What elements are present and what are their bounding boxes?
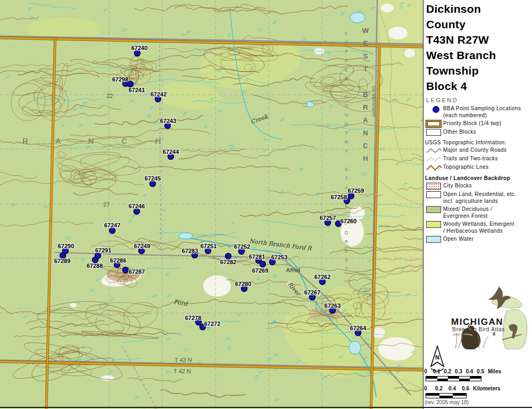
title-line: T43N R27W — [426, 32, 532, 47]
title-line: Block 4 — [426, 78, 532, 94]
map-label: O — [344, 230, 348, 235]
bba-point-label: 67290 — [58, 243, 74, 249]
usgs-section-heading: USGS Topographic Information: — [425, 140, 532, 145]
map-label: R — [345, 140, 348, 145]
bba-point-67288 — [93, 257, 98, 263]
bba-point-label: 67264 — [350, 325, 367, 331]
map-label: E — [363, 39, 368, 47]
bba-point-67246 — [134, 209, 140, 215]
bba-point-label: 67298 — [112, 76, 129, 83]
miles-scale-bar: 00.10.20.30.40.5Miles — [423, 369, 529, 382]
scale-tick: 0 — [424, 386, 427, 391]
map-label: T — [363, 65, 368, 73]
legend-item-open-water: Open Water — [425, 236, 532, 243]
legend-item-open-land: Open Land, Residential, etc. incl. agric… — [425, 191, 532, 204]
map-label: R A N C H — [22, 136, 173, 145]
map-label: S — [345, 257, 348, 263]
legend-label: Evergreen Forest — [443, 213, 492, 220]
bba-point-label: 67262 — [314, 274, 331, 280]
bba-point-label: 67252 — [234, 243, 251, 250]
legend-label: Mixed/ Deciduous / — [443, 206, 492, 212]
scale-tick: 0.2 — [444, 369, 451, 374]
bba-point-label: 67286 — [110, 257, 127, 264]
map-label: R — [345, 76, 348, 81]
wetlands-swatch — [426, 221, 441, 228]
legend-label: Woody Wetlands, Emergent — [443, 221, 514, 227]
legend-item-forest: Mixed/ Deciduous / Evergreen Forest — [425, 206, 532, 219]
trails-zigzag-icon — [426, 156, 442, 162]
map-label: H — [363, 154, 368, 162]
title-line: West Branch — [426, 47, 532, 63]
map-label: N — [345, 121, 348, 127]
legend-label: Major and County Roads — [443, 147, 506, 154]
scale-unit: Miles — [488, 369, 501, 374]
map-label: U — [345, 112, 348, 118]
map-label: S — [363, 52, 368, 60]
bba-point-label: 67282 — [220, 259, 237, 265]
topo-map-canvas: R A N C H2227T 43 NT 42 NCreekNorth Bran… — [0, 0, 423, 409]
bba-point-label: 67267 — [304, 289, 321, 296]
michigan-bba-logo: MICHIGAN Breeding Bird Atlas 2002-2007 I… — [447, 284, 531, 349]
bba-point-67245 — [150, 181, 156, 187]
bba-point-label: 67291 — [95, 247, 112, 253]
map-label: B — [363, 91, 368, 99]
map-label: N — [363, 129, 368, 137]
bba-point-label: 67241 — [129, 87, 145, 93]
legend-heading: LEGEND — [426, 97, 532, 103]
map-label: Y — [345, 149, 348, 154]
bba-point-67259 — [348, 193, 354, 199]
bba-point-icon — [433, 106, 439, 113]
bba-point-label: 67251 — [201, 243, 217, 249]
bba-point-label: 67246 — [129, 203, 145, 209]
bba-point-67269 — [260, 261, 266, 267]
bba-point-label: 67269 — [252, 267, 269, 274]
map-label: T 42 N — [173, 368, 191, 374]
bba-point-67240 — [135, 51, 140, 56]
logo-subtitle: Breeding Bird Atlas — [452, 326, 505, 332]
topo-map-svg: R A N C H2227T 43 NT 42 NCreekNorth Bran… — [0, 0, 423, 409]
bba-point-label: 67278 — [185, 315, 202, 321]
open-land-swatch — [426, 191, 441, 198]
bba-point-label: 67247 — [104, 222, 121, 228]
north-label: N — [435, 354, 439, 361]
logo-years: 2002-2007 — [453, 333, 468, 336]
map-label: P — [345, 49, 348, 54]
title-line: Township — [426, 63, 532, 78]
bba-point-label: 67260 — [340, 218, 357, 224]
legend-label: Open Land, Residential, etc. — [443, 191, 516, 197]
bba-point-label: 67249 — [134, 243, 151, 249]
scale-tick: 0.5 — [477, 369, 484, 374]
legend-item-roads: Major and County Roads — [425, 147, 532, 154]
map-label: R — [345, 239, 348, 244]
scale-bar — [426, 393, 467, 398]
legend-label: / Herbaceous Wetlands — [443, 228, 514, 235]
logo-numeral: II — [493, 331, 495, 337]
bba-point-label: 67287 — [129, 268, 145, 275]
map-title: Dickinson County T43N R27W West Branch T… — [423, 0, 532, 94]
map-label: S — [345, 167, 348, 172]
other-blocks-icon — [426, 129, 441, 136]
scale-tick: 0.4 — [448, 386, 456, 391]
legend-label: incl. agriculture lands — [443, 198, 516, 205]
map-label: C — [363, 142, 368, 150]
map-label: T — [345, 130, 348, 136]
bba-point-label: 67272 — [204, 321, 221, 327]
bba-point-label: 67242 — [151, 91, 167, 97]
bba-point-label: 67245 — [145, 175, 161, 182]
bba-point-label: 67257 — [320, 215, 336, 221]
scale-tick: 0.4 — [466, 369, 473, 374]
map-label: T 43 N — [174, 357, 192, 363]
map-label: O — [344, 40, 348, 45]
map-label: P — [345, 58, 348, 63]
bba-point-label: 67258 — [331, 194, 347, 200]
bba-point-label: 67253 — [271, 254, 288, 260]
bba-point-67241 — [128, 81, 134, 87]
legend-label: City Blocks — [443, 183, 472, 190]
title-line: County — [426, 17, 532, 32]
bba-point-label: 67288 — [87, 263, 103, 269]
legend-item-city-blocks: City Blocks — [425, 183, 532, 190]
forest-swatch — [426, 206, 441, 213]
km-scale-bar: 00.20.40.6Kilometers — [423, 386, 529, 399]
city-blocks-swatch — [426, 183, 441, 190]
legend-item-priority-block: Priority Block (1/4 twp) — [425, 120, 532, 127]
